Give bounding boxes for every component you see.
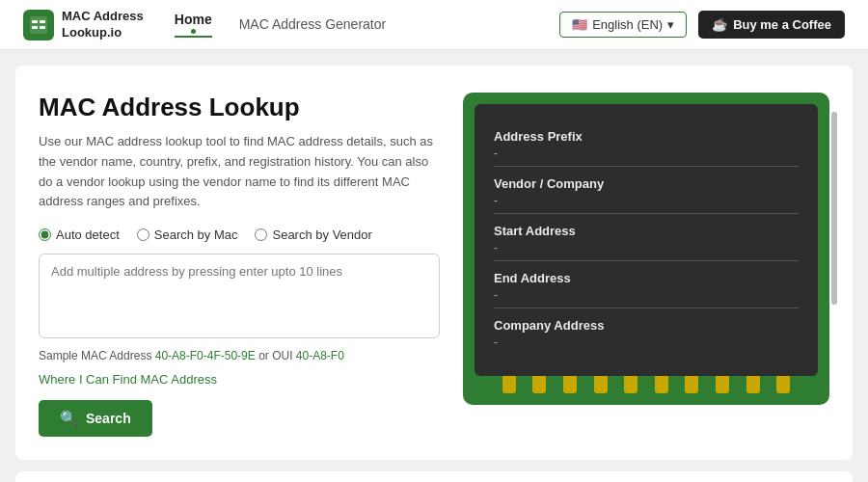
scroll-decoration [831, 112, 837, 305]
radio-auto-detect[interactable]: Auto detect [39, 228, 120, 242]
chip-leg-4 [594, 376, 608, 393]
chip-field-company-address: Company Address - [494, 310, 799, 355]
coffee-label: Buy me a Coffee [733, 17, 831, 32]
logo: MAC Address Lookup.io [23, 9, 144, 41]
main-card: MAC Address Lookup Use our MAC address l… [15, 66, 853, 460]
left-panel: MAC Address Lookup Use our MAC address l… [39, 93, 440, 437]
chip-value-company-address: - [494, 335, 799, 349]
chip-leg-10 [776, 376, 790, 393]
chip-label-end-address: End Address [494, 271, 799, 285]
language-button[interactable]: 🇺🇸 English (EN) ▾ [559, 12, 687, 38]
radio-search-mac[interactable]: Search by Mac [137, 228, 238, 242]
chip-field-address-prefix: Address Prefix - [494, 121, 799, 167]
radio-search-mac-input[interactable] [137, 228, 149, 241]
svg-rect-0 [30, 16, 47, 34]
svg-rect-4 [40, 26, 45, 29]
radio-group: Auto detect Search by Mac Search by Vend… [39, 228, 440, 242]
chip-leg-6 [655, 376, 668, 393]
chip-field-start-address: Start Address - [494, 216, 799, 261]
logo-line2: Lookup.io [62, 25, 122, 40]
chip-outer: Address Prefix - Vendor / Company - Star… [463, 93, 829, 405]
chip-inner: Address Prefix - Vendor / Company - Star… [475, 104, 818, 376]
chip-leg-3 [563, 376, 577, 393]
chip-value-address-prefix: - [494, 147, 799, 160]
chip-leg-5 [624, 376, 637, 393]
flag-icon: 🇺🇸 [572, 17, 587, 32]
right-panel: Address Prefix - Vendor / Company - Star… [463, 93, 829, 405]
radio-search-vendor-input[interactable] [255, 228, 267, 241]
logo-line1: MAC Address [62, 9, 144, 23]
search-btn-label: Search [86, 411, 131, 426]
coffee-button[interactable]: ☕ Buy me a Coffee [698, 11, 845, 39]
chip-leg-8 [716, 376, 729, 393]
chip-label-company-address: Company Address [494, 318, 799, 333]
header: MAC Address Lookup.io Home MAC Address G… [0, 0, 868, 50]
radio-search-vendor[interactable]: Search by Vendor [255, 228, 371, 242]
chip-leg-7 [685, 376, 698, 393]
sample-text: Sample MAC Address 40-A8-F0-4F-50-9E or … [39, 349, 440, 362]
chip-label-vendor: Vendor / Company [494, 176, 799, 191]
nav-active-dot [191, 29, 196, 34]
svg-rect-2 [40, 20, 45, 23]
chip-field-vendor: Vendor / Company - [494, 169, 799, 214]
search-button[interactable]: 🔍 Search [39, 400, 152, 437]
logo-text: MAC Address Lookup.io [62, 9, 144, 41]
search-icon: 🔍 [60, 410, 78, 427]
sample-mac-link[interactable]: 40-A8-F0-4F-50-9E [155, 349, 256, 362]
nav-mac-generator[interactable]: MAC Address Generator [239, 16, 387, 34]
svg-rect-3 [32, 26, 38, 29]
page-description: Use our MAC address lookup tool to find … [39, 132, 440, 212]
coffee-icon: ☕ [712, 17, 727, 32]
mac-address-input[interactable] [39, 254, 440, 338]
nav-home[interactable]: Home [175, 12, 212, 38]
chip-label-address-prefix: Address Prefix [494, 129, 799, 144]
lang-label: English (EN) [592, 17, 663, 32]
chip-leg-9 [746, 376, 760, 393]
logo-icon [23, 10, 54, 40]
chip-legs [475, 376, 818, 393]
chevron-down-icon: ▾ [667, 17, 674, 32]
where-find-mac-link[interactable]: Where I Can Find MAC Address [39, 372, 440, 387]
chip-field-end-address: End Address - [494, 263, 799, 308]
chip-value-end-address: - [494, 288, 799, 302]
chip-leg-2 [532, 376, 546, 393]
page-title: MAC Address Lookup [39, 93, 440, 122]
header-right: 🇺🇸 English (EN) ▾ ☕ Buy me a Coffee [559, 11, 845, 39]
chip-leg-1 [502, 376, 516, 393]
chip-value-vendor: - [494, 194, 799, 207]
chip-value-start-address: - [494, 241, 799, 254]
radio-auto-detect-input[interactable] [39, 228, 51, 241]
chip-label-start-address: Start Address [494, 224, 799, 238]
svg-rect-1 [32, 20, 38, 23]
bottom-card: MAC Lookup - Find MAC Address / Vendor D… [15, 471, 853, 482]
main-nav: Home MAC Address Generator [175, 12, 559, 38]
sample-oui-link[interactable]: 40-A8-F0 [296, 349, 344, 362]
